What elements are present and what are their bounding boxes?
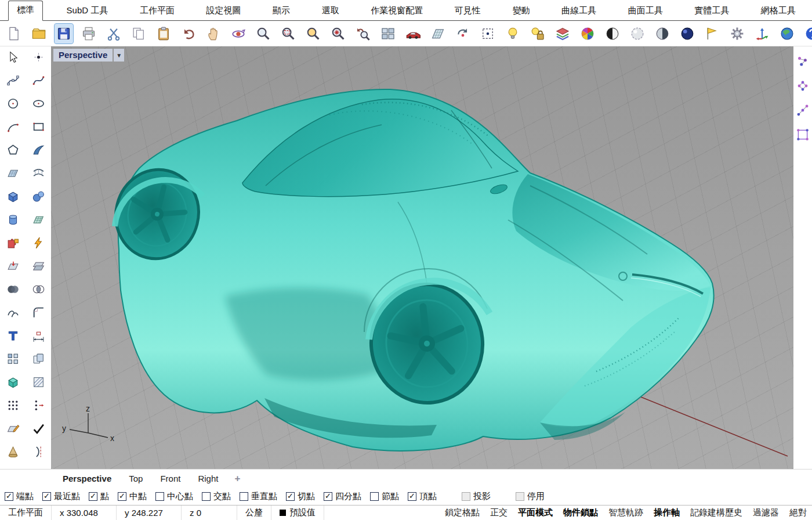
viewport-tab-perspective[interactable]: Perspective <box>56 471 118 486</box>
osnap-checkbox[interactable] <box>408 492 416 501</box>
point-button[interactable] <box>31 50 46 64</box>
osnap-intersection[interactable]: 交點 <box>202 491 231 502</box>
select-button[interactable] <box>5 50 20 64</box>
new-viewport-tab-icon[interactable] <box>229 473 246 485</box>
set-view-button[interactable] <box>454 24 472 44</box>
planar-toggle[interactable]: 平面模式 <box>513 507 558 518</box>
osnap-checkbox[interactable] <box>118 492 126 501</box>
zoom-dynamic-button[interactable] <box>254 24 273 44</box>
osnap-toggle-button[interactable] <box>478 24 497 44</box>
named-view-button[interactable] <box>404 24 422 44</box>
array-button[interactable] <box>5 352 20 366</box>
text-button[interactable] <box>5 328 20 342</box>
color-button[interactable] <box>578 24 597 44</box>
copy-button[interactable] <box>129 24 148 44</box>
osnap-checkbox[interactable] <box>370 492 379 501</box>
xray-view-button[interactable] <box>653 24 672 44</box>
cplane-button[interactable] <box>429 24 447 44</box>
distribute-button[interactable] <box>31 398 46 412</box>
osnap-mid[interactable]: 中點 <box>118 491 147 502</box>
osnap-checkbox[interactable] <box>155 492 164 501</box>
filter-curves-button[interactable] <box>796 79 810 93</box>
new-file-button[interactable] <box>5 24 23 44</box>
viewport-menu-arrow-icon[interactable] <box>114 49 124 62</box>
rendered-view-button[interactable] <box>678 24 697 44</box>
revolve-button[interactable] <box>31 445 46 458</box>
edit-plane-button[interactable] <box>5 421 20 435</box>
interpolate-curve-button[interactable] <box>31 73 46 87</box>
control-point-curve-button[interactable] <box>5 73 20 87</box>
osnap-quadrant[interactable]: 四分點 <box>324 491 361 502</box>
filter-toggle[interactable]: 過濾器 <box>748 507 784 518</box>
lock-button[interactable] <box>528 24 547 44</box>
tab-display[interactable]: 顯示 <box>264 2 298 21</box>
blend-curve-button[interactable] <box>5 305 20 319</box>
cut-button[interactable] <box>104 24 123 44</box>
osnap-checkbox[interactable] <box>240 492 248 501</box>
tolerance-pane[interactable]: 絕對 <box>784 507 812 518</box>
open-file-button[interactable] <box>30 24 48 44</box>
circle-button[interactable] <box>5 96 20 110</box>
filter-flag-button[interactable] <box>703 24 722 44</box>
tab-surface-tools[interactable]: 曲面工具 <box>620 2 671 21</box>
osnap-disable[interactable]: 停用 <box>516 491 545 502</box>
boolean-union-button[interactable] <box>5 282 20 296</box>
cplane-pane[interactable]: 工作平面 <box>0 505 52 520</box>
zoom-selected-button[interactable] <box>304 24 322 44</box>
check-button[interactable] <box>31 421 46 435</box>
smarttrack-toggle[interactable]: 智慧軌跡 <box>603 507 648 518</box>
osnap-center[interactable]: 中心點 <box>155 491 193 502</box>
rotate-view-button[interactable] <box>229 24 248 44</box>
viewport-layout-button[interactable] <box>379 24 397 44</box>
osnap-checkbox[interactable] <box>202 492 211 501</box>
osnap-checkbox[interactable] <box>324 492 332 501</box>
tab-set-view[interactable]: 設定視圖 <box>198 2 249 21</box>
ellipse-button[interactable] <box>31 96 46 110</box>
units-pane[interactable]: 公釐 <box>237 505 271 520</box>
tab-standard[interactable]: 標準 <box>8 1 43 21</box>
filter-points-button[interactable] <box>796 55 810 68</box>
sphere-button[interactable] <box>31 189 46 203</box>
light-button[interactable] <box>503 24 522 44</box>
tab-mesh-tools[interactable]: 網格工具 <box>753 2 804 21</box>
y-coordinate[interactable]: y 248.227 <box>117 505 182 520</box>
osnap-checkbox[interactable] <box>89 492 97 501</box>
gumball-button[interactable] <box>753 24 771 44</box>
osnap-project[interactable]: 投影 <box>462 491 491 502</box>
paste-button[interactable] <box>154 24 173 44</box>
gumball-toggle[interactable]: 操作軸 <box>648 507 685 518</box>
tab-curve-tools[interactable]: 曲線工具 <box>553 2 604 21</box>
osnap-knot[interactable]: 節點 <box>370 491 399 502</box>
point-grid-button[interactable] <box>5 398 20 412</box>
fillet-button[interactable] <box>31 305 46 319</box>
freeform-button[interactable] <box>31 143 46 157</box>
shaded-view-button[interactable] <box>603 24 622 44</box>
osnap-pane-toggle[interactable]: 物件鎖點 <box>558 507 603 518</box>
boolean-difference-button[interactable] <box>31 282 46 296</box>
zoom-window-button[interactable] <box>279 24 298 44</box>
cone-button[interactable] <box>5 445 20 458</box>
tab-select[interactable]: 選取 <box>314 2 347 21</box>
perspective-viewport[interactable]: Perspective <box>51 46 793 469</box>
grid-snap-toggle[interactable]: 鎖定格點 <box>440 507 485 518</box>
osnap-checkbox[interactable] <box>462 492 470 501</box>
help-button[interactable] <box>803 24 812 44</box>
viewport-tab-top[interactable]: Top <box>122 471 150 486</box>
undo-view-button[interactable] <box>354 24 372 44</box>
tab-subd-tools[interactable]: SubD 工具 <box>59 2 117 21</box>
car-model[interactable] <box>51 46 793 469</box>
tab-transform[interactable]: 變動 <box>504 2 538 21</box>
osnap-point[interactable]: 點 <box>89 491 109 502</box>
arc-button[interactable] <box>5 120 20 133</box>
viewport-tab-right[interactable]: Right <box>191 471 225 486</box>
osnap-vertex[interactable]: 頂點 <box>408 491 437 502</box>
polygon-button[interactable] <box>5 143 20 157</box>
box-button[interactable] <box>5 189 20 203</box>
viewport-title[interactable]: Perspective <box>53 49 113 62</box>
ortho-toggle[interactable]: 正交 <box>485 507 513 518</box>
tab-viewport-layout[interactable]: 作業視窗配置 <box>362 2 431 21</box>
dimension-button[interactable] <box>31 328 46 342</box>
plugin-button[interactable] <box>5 236 20 250</box>
options-button[interactable] <box>728 24 746 44</box>
x-coordinate[interactable]: x 330.048 <box>52 505 117 520</box>
